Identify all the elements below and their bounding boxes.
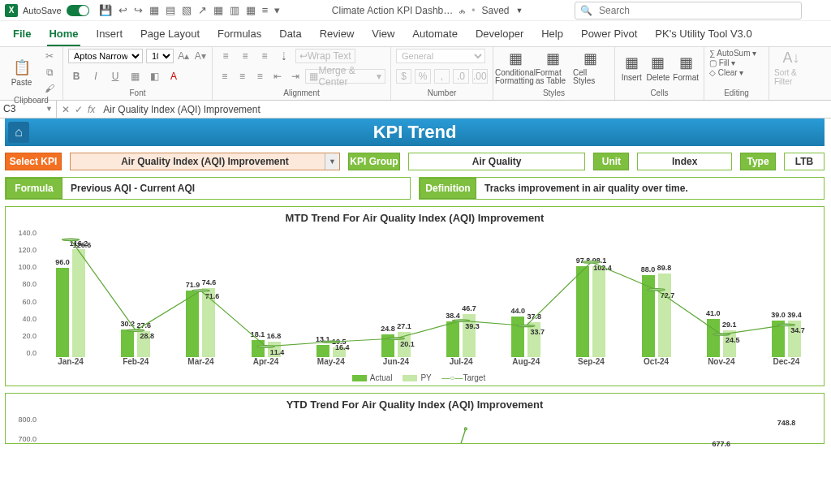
legend-target: Target — [463, 373, 485, 382]
chevron-down-icon[interactable]: ▼ — [325, 153, 339, 170]
align-middle-icon[interactable]: ≡ — [237, 49, 253, 63]
align-top-icon[interactable]: ≡ — [217, 49, 234, 63]
autosum-button[interactable]: ∑ AutoSum ▾ — [709, 49, 764, 58]
font-color-button[interactable]: A — [166, 69, 182, 84]
title-center: Climate Action KPI Dashb… ஃ • Saved ▼ — [285, 5, 570, 16]
percent-icon[interactable]: % — [415, 69, 430, 84]
dec-decimal-icon[interactable]: .00 — [472, 69, 488, 84]
tab-formulas[interactable]: Formulas — [216, 24, 263, 46]
tab-automate[interactable]: Automate — [411, 24, 459, 46]
home-icon[interactable]: ⌂ — [8, 122, 29, 143]
group-font: Font — [68, 88, 207, 98]
tab-file[interactable]: File — [11, 24, 32, 46]
cond-format-icon: ▦ — [509, 50, 523, 67]
font-size-select[interactable]: 10 — [146, 49, 174, 63]
qat-btn[interactable]: ▦ — [149, 4, 159, 16]
redo-icon[interactable]: ↪ — [134, 4, 143, 16]
formula-value[interactable]: Air Quality Index (AQI) Improvement — [100, 104, 831, 115]
definition-panel: Definition Tracks improvement in air qua… — [419, 177, 825, 200]
tab-home[interactable]: Home — [47, 24, 80, 46]
align-right-icon[interactable]: ≡ — [252, 69, 267, 84]
merge-center-button[interactable]: ▦ Merge & Center ▾ — [305, 69, 385, 84]
svg-point-9 — [648, 289, 665, 291]
copy-icon[interactable]: ⧉ — [41, 65, 58, 80]
table-icon: ▦ — [546, 50, 560, 67]
fx-icon[interactable]: fx — [88, 104, 95, 115]
bold-button[interactable]: B — [68, 69, 84, 84]
tab-insert[interactable]: Insert — [95, 24, 125, 46]
clipboard-icon: 📋 — [13, 58, 31, 76]
fill-color-button[interactable]: ◧ — [146, 69, 162, 84]
increase-font-icon[interactable]: A▴ — [177, 49, 191, 63]
currency-icon[interactable]: $ — [396, 69, 411, 84]
insert-icon: ▦ — [625, 54, 639, 71]
number-format-select[interactable]: General — [396, 49, 485, 63]
group-editing: Editing — [709, 88, 764, 98]
mtd-y-axis: 140.0120.0100.080.060.040.020.00.0 — [11, 227, 38, 372]
tab-review[interactable]: Review — [318, 24, 356, 46]
select-kpi-value: Air Quality Index (AQI) Improvement — [121, 156, 289, 167]
paste-button[interactable]: 📋Paste — [5, 54, 38, 91]
border-button[interactable]: ▦ — [127, 69, 143, 84]
qat-btn[interactable]: ▦ — [246, 4, 256, 16]
cut-icon[interactable]: ✂ — [41, 49, 58, 63]
qat-btn[interactable]: ▦ — [213, 4, 223, 16]
legend-actual: Actual — [370, 373, 393, 382]
qat-btn[interactable]: ≡ — [262, 4, 269, 16]
format-cells-button[interactable]: ▦Format — [673, 49, 699, 86]
select-kpi-dropdown[interactable]: Air Quality Index (AQI) Improvement ▼ — [70, 153, 340, 170]
svg-point-0 — [62, 239, 80, 240]
search-input[interactable] — [597, 4, 796, 17]
format-as-table-button[interactable]: ▦Format as Table — [536, 49, 570, 86]
indent-inc-icon[interactable]: ⇥ — [288, 69, 303, 84]
qat-btn[interactable]: ↗ — [198, 4, 207, 16]
align-bottom-icon[interactable]: ≡ — [256, 49, 273, 63]
orientation-icon[interactable]: ⭭ — [276, 49, 292, 63]
inc-decimal-icon[interactable]: .0 — [453, 69, 468, 84]
cancel-icon[interactable]: ✕ — [62, 104, 70, 115]
tab-developer[interactable]: Developer — [474, 24, 525, 46]
enter-icon[interactable]: ✓ — [75, 104, 83, 115]
italic-button[interactable]: I — [88, 69, 104, 84]
clear-button[interactable]: ◇ Clear ▾ — [709, 68, 764, 77]
svg-point-5 — [387, 338, 404, 339]
ribbon-tabs: File Home Insert Page Layout Formulas Da… — [0, 21, 831, 47]
qat-more-icon[interactable]: ▾ — [274, 4, 280, 16]
qat-btn[interactable]: ▤ — [166, 4, 175, 16]
ribbon: 📋Paste ✂ ⧉ 🖌 Clipboard Aptos Narrow 10 A… — [0, 47, 831, 101]
decrease-font-icon[interactable]: A▾ — [194, 49, 208, 63]
search-box[interactable]: 🔍 — [575, 2, 802, 19]
insert-cells-button[interactable]: ▦Insert — [620, 49, 643, 86]
save-icon[interactable]: 💾 — [99, 4, 112, 16]
cell-styles-button[interactable]: ▦Cell Styles — [573, 49, 607, 86]
tab-view[interactable]: View — [370, 24, 396, 46]
chevron-down-icon[interactable]: ▼ — [516, 6, 523, 15]
type-label: Type — [740, 153, 776, 170]
fill-button[interactable]: ▢ Fill ▾ — [709, 58, 764, 67]
sort-icon: A↓ — [782, 50, 799, 67]
tab-power-pivot[interactable]: Power Pivot — [579, 24, 639, 46]
tab-pk-utility[interactable]: PK's Utility Tool V3.0 — [653, 24, 753, 46]
font-name-select[interactable]: Aptos Narrow — [68, 49, 143, 63]
legend-swatch-actual — [352, 375, 367, 381]
indent-dec-icon[interactable]: ⇤ — [270, 69, 285, 84]
wrap-text-button[interactable]: ↩ Wrap Text — [295, 49, 355, 63]
delete-cells-button[interactable]: ▦Delete — [646, 49, 670, 86]
tab-help[interactable]: Help — [540, 24, 565, 46]
format-painter-icon[interactable]: 🖌 — [41, 81, 58, 96]
qat-btn[interactable]: ▥ — [230, 4, 239, 16]
qat-btn[interactable]: ▧ — [182, 4, 192, 16]
align-left-icon[interactable]: ≡ — [217, 69, 232, 84]
sort-filter-button[interactable]: A↓Sort & Filter — [774, 49, 808, 86]
tab-page-layout[interactable]: Page Layout — [139, 24, 201, 46]
underline-button[interactable]: U — [107, 69, 123, 84]
align-center-icon[interactable]: ≡ — [235, 69, 250, 84]
comma-icon[interactable]: , — [434, 69, 450, 84]
tab-data[interactable]: Data — [278, 24, 303, 46]
autosave-toggle[interactable] — [67, 5, 89, 16]
conditional-formatting-button[interactable]: ▦Conditional Formatting — [498, 49, 532, 86]
delete-icon: ▦ — [651, 54, 665, 71]
undo-icon[interactable]: ↩ — [118, 4, 127, 16]
group-alignment: Alignment — [217, 88, 385, 98]
name-box[interactable]: C3▼ — [0, 101, 57, 118]
